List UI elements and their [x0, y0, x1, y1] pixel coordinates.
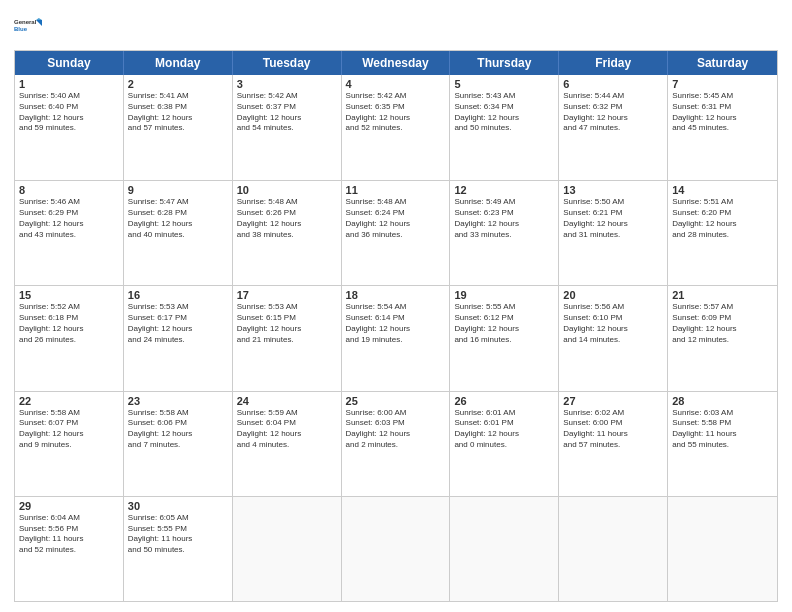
calendar-cell: 5Sunrise: 5:43 AMSunset: 6:34 PMDaylight… [450, 75, 559, 180]
day-number: 9 [128, 184, 228, 196]
cell-info-line: Sunrise: 5:53 AM [128, 302, 228, 313]
cell-info-line: Sunset: 6:21 PM [563, 208, 663, 219]
cell-info-line: Daylight: 12 hours [128, 113, 228, 124]
calendar-cell [668, 497, 777, 601]
calendar-cell: 11Sunrise: 5:48 AMSunset: 6:24 PMDayligh… [342, 181, 451, 285]
cell-info-line: and 9 minutes. [19, 440, 119, 451]
cell-info-line: and 45 minutes. [672, 123, 773, 134]
cell-info-line: Sunset: 6:06 PM [128, 418, 228, 429]
calendar-cell: 1Sunrise: 5:40 AMSunset: 6:40 PMDaylight… [15, 75, 124, 180]
day-number: 13 [563, 184, 663, 196]
day-number: 6 [563, 78, 663, 90]
cell-info-line: Sunrise: 5:41 AM [128, 91, 228, 102]
day-header-sunday: Sunday [15, 51, 124, 75]
cell-info-line: Sunset: 6:01 PM [454, 418, 554, 429]
cell-info-line: Sunset: 6:40 PM [19, 102, 119, 113]
cell-info-line: Sunset: 6:04 PM [237, 418, 337, 429]
cell-info-line: Daylight: 12 hours [672, 324, 773, 335]
day-number: 10 [237, 184, 337, 196]
cell-info-line: Daylight: 11 hours [19, 534, 119, 545]
cell-info-line: Sunrise: 5:55 AM [454, 302, 554, 313]
cell-info-line: and 54 minutes. [237, 123, 337, 134]
cell-info-line: Sunset: 6:17 PM [128, 313, 228, 324]
cell-info-line: Daylight: 12 hours [346, 324, 446, 335]
day-number: 3 [237, 78, 337, 90]
cell-info-line: and 12 minutes. [672, 335, 773, 346]
calendar-cell: 27Sunrise: 6:02 AMSunset: 6:00 PMDayligh… [559, 392, 668, 496]
day-number: 26 [454, 395, 554, 407]
day-number: 19 [454, 289, 554, 301]
day-number: 5 [454, 78, 554, 90]
cell-info-line: Sunrise: 5:53 AM [237, 302, 337, 313]
cell-info-line: Sunrise: 6:01 AM [454, 408, 554, 419]
day-number: 2 [128, 78, 228, 90]
cell-info-line: Sunrise: 5:54 AM [346, 302, 446, 313]
cell-info-line: and 16 minutes. [454, 335, 554, 346]
calendar-cell: 13Sunrise: 5:50 AMSunset: 6:21 PMDayligh… [559, 181, 668, 285]
calendar-body: 1Sunrise: 5:40 AMSunset: 6:40 PMDaylight… [15, 75, 777, 601]
cell-info-line: Daylight: 12 hours [128, 429, 228, 440]
calendar-week-5: 29Sunrise: 6:04 AMSunset: 5:56 PMDayligh… [15, 496, 777, 601]
cell-info-line: Sunset: 6:37 PM [237, 102, 337, 113]
cell-info-line: and 55 minutes. [672, 440, 773, 451]
calendar-cell: 16Sunrise: 5:53 AMSunset: 6:17 PMDayligh… [124, 286, 233, 390]
cell-info-line: Daylight: 11 hours [128, 534, 228, 545]
cell-info-line: Sunrise: 6:04 AM [19, 513, 119, 524]
calendar-cell: 25Sunrise: 6:00 AMSunset: 6:03 PMDayligh… [342, 392, 451, 496]
cell-info-line: Sunrise: 5:43 AM [454, 91, 554, 102]
cell-info-line: Sunrise: 6:03 AM [672, 408, 773, 419]
day-header-wednesday: Wednesday [342, 51, 451, 75]
logo-icon: GeneralBlue [14, 10, 46, 42]
cell-info-line: Daylight: 12 hours [563, 113, 663, 124]
cell-info-line: Sunset: 6:24 PM [346, 208, 446, 219]
cell-info-line: Sunset: 6:29 PM [19, 208, 119, 219]
cell-info-line: Daylight: 12 hours [19, 113, 119, 124]
calendar-cell: 20Sunrise: 5:56 AMSunset: 6:10 PMDayligh… [559, 286, 668, 390]
day-number: 30 [128, 500, 228, 512]
calendar-cell: 14Sunrise: 5:51 AMSunset: 6:20 PMDayligh… [668, 181, 777, 285]
day-number: 12 [454, 184, 554, 196]
cell-info-line: and 31 minutes. [563, 230, 663, 241]
calendar-cell: 30Sunrise: 6:05 AMSunset: 5:55 PMDayligh… [124, 497, 233, 601]
calendar-cell: 28Sunrise: 6:03 AMSunset: 5:58 PMDayligh… [668, 392, 777, 496]
day-header-friday: Friday [559, 51, 668, 75]
day-number: 28 [672, 395, 773, 407]
day-number: 11 [346, 184, 446, 196]
cell-info-line: Sunset: 6:34 PM [454, 102, 554, 113]
cell-info-line: Daylight: 12 hours [346, 219, 446, 230]
calendar-week-1: 1Sunrise: 5:40 AMSunset: 6:40 PMDaylight… [15, 75, 777, 180]
cell-info-line: Sunrise: 5:52 AM [19, 302, 119, 313]
cell-info-line: Sunset: 6:23 PM [454, 208, 554, 219]
calendar-cell [559, 497, 668, 601]
cell-info-line: Sunrise: 5:45 AM [672, 91, 773, 102]
cell-info-line: Daylight: 11 hours [563, 429, 663, 440]
cell-info-line: Daylight: 12 hours [346, 429, 446, 440]
cell-info-line: Daylight: 12 hours [19, 219, 119, 230]
cell-info-line: Sunrise: 6:05 AM [128, 513, 228, 524]
cell-info-line: and 50 minutes. [128, 545, 228, 556]
calendar-week-3: 15Sunrise: 5:52 AMSunset: 6:18 PMDayligh… [15, 285, 777, 390]
calendar-cell [233, 497, 342, 601]
cell-info-line: and 57 minutes. [563, 440, 663, 451]
calendar-week-2: 8Sunrise: 5:46 AMSunset: 6:29 PMDaylight… [15, 180, 777, 285]
cell-info-line: Sunrise: 5:57 AM [672, 302, 773, 313]
cell-info-line: and 52 minutes. [19, 545, 119, 556]
cell-info-line: Sunrise: 6:02 AM [563, 408, 663, 419]
cell-info-line: Daylight: 12 hours [454, 429, 554, 440]
cell-info-line: Sunrise: 5:50 AM [563, 197, 663, 208]
cell-info-line: Sunrise: 5:48 AM [346, 197, 446, 208]
cell-info-line: and 38 minutes. [237, 230, 337, 241]
calendar-cell: 21Sunrise: 5:57 AMSunset: 6:09 PMDayligh… [668, 286, 777, 390]
day-number: 8 [19, 184, 119, 196]
day-header-monday: Monday [124, 51, 233, 75]
cell-info-line: Sunset: 6:28 PM [128, 208, 228, 219]
cell-info-line: Sunrise: 5:56 AM [563, 302, 663, 313]
day-number: 23 [128, 395, 228, 407]
day-number: 15 [19, 289, 119, 301]
cell-info-line: Daylight: 11 hours [672, 429, 773, 440]
cell-info-line: and 24 minutes. [128, 335, 228, 346]
cell-info-line: Sunrise: 5:48 AM [237, 197, 337, 208]
cell-info-line: Sunset: 6:26 PM [237, 208, 337, 219]
calendar-cell [450, 497, 559, 601]
cell-info-line: and 14 minutes. [563, 335, 663, 346]
